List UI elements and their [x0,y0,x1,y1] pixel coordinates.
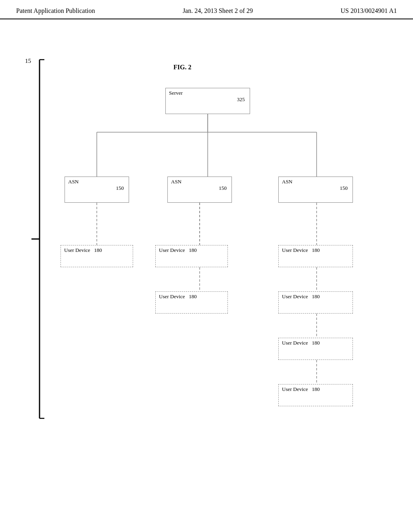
asn2-box: ASN 150 [167,177,232,203]
user-device-1-box: User Device 180 [60,245,133,267]
page-content: 15 FIG. 2 [0,19,413,511]
figure-title: FIG. 2 [173,64,191,71]
server-box: Server 325 [165,88,250,114]
user-device-4-box: User Device 180 [278,245,353,267]
connector-lines [48,76,383,479]
page-header: Patent Application Publication Jan. 24, … [0,0,413,19]
asn1-box: ASN 150 [65,177,129,203]
header-right: US 2013/0024901 A1 [340,7,397,15]
user-device-7-box: User Device 180 [278,384,353,406]
user-device-2-box: User Device 180 [155,245,228,267]
user-device-5-box: User Device 180 [278,291,353,314]
header-center: Jan. 24, 2013 Sheet 2 of 29 [183,7,253,15]
user-device-6-box: User Device 180 [278,338,353,360]
bracket-svg [23,56,46,422]
user-device-3-box: User Device 180 [155,291,228,314]
asn3-box: ASN 150 [278,177,353,203]
header-left: Patent Application Publication [16,7,95,15]
diagram: Server 325 ASN 150 ASN 150 ASN 150 User … [48,76,383,479]
